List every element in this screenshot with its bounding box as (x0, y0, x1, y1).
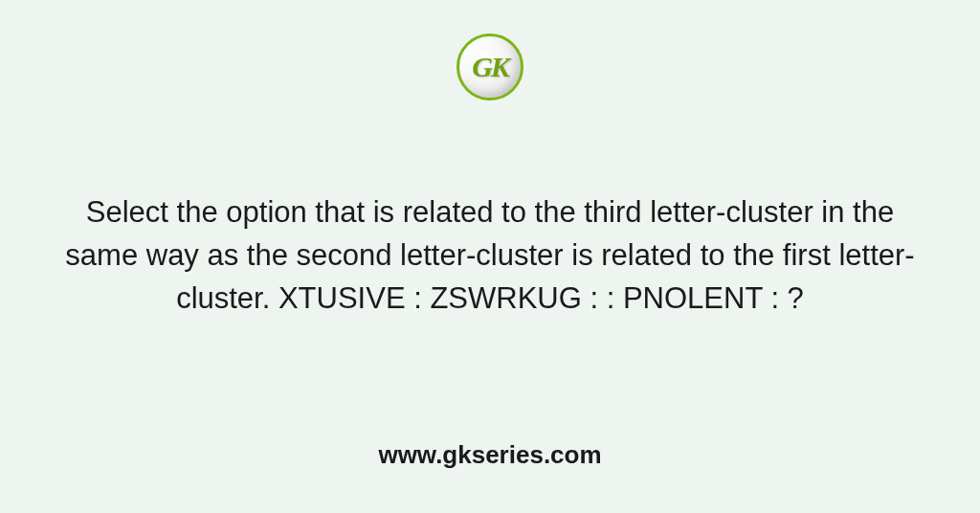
gk-logo: GK (457, 33, 523, 100)
footer-url: www.gkseries.com (378, 440, 601, 470)
logo-text: GK (472, 51, 508, 83)
logo-container: GK (457, 33, 523, 100)
question-container: Select the option that is related to the… (38, 191, 942, 321)
question-text: Select the option that is related to the… (48, 191, 932, 321)
